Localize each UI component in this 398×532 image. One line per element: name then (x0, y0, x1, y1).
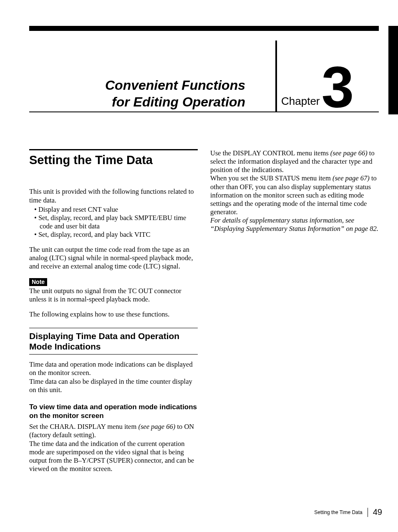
chapter-label-block: Chapter 3 (275, 38, 352, 111)
bullet-list: Display and reset CNT value Set, display… (29, 205, 198, 239)
page-ref: (see page 67) (333, 174, 370, 182)
paragraph: The time data and the indication of the … (29, 440, 198, 474)
note-body: The unit outputs no signal from the TC O… (29, 287, 198, 304)
list-item: Display and reset CNT value (34, 205, 198, 214)
cross-reference: For details of supplementary status info… (210, 216, 379, 233)
section-rule (29, 149, 198, 150)
list-item: Set, display, record, and play back VITC (34, 231, 198, 239)
text-run: Set the CHARA. DISPLAY menu item (29, 423, 138, 431)
right-column: Use the DISPLAY CONTROL menu items (see … (210, 149, 379, 473)
top-black-bar (29, 26, 379, 31)
list-item: Set, display, record, and play back SMPT… (34, 214, 198, 231)
subsection-heading-wrap: Displaying Time Data and Operation Mode … (29, 328, 198, 355)
chapter-divider (275, 41, 277, 111)
subsubsection-heading: To view time data and operation mode ind… (29, 403, 198, 421)
page-ref: (see page 66) (138, 423, 175, 431)
text-run: Use the DISPLAY CONTROL menu items (210, 149, 330, 157)
side-tab (388, 26, 398, 114)
intro-paragraph: This unit is provided with the following… (29, 187, 198, 204)
subsection-heading: Displaying Time Data and Operation Mode … (29, 328, 198, 352)
content-columns: Setting the Time Data This unit is provi… (29, 149, 379, 473)
paragraph: When you set the SUB STATUS menu item (s… (210, 174, 379, 216)
note-badge: Note (29, 278, 47, 286)
note-block: Note The unit outputs no signal from the… (29, 278, 198, 304)
chapter-title-line1: Convenient Functions (105, 78, 245, 93)
paragraph: Use the DISPLAY CONTROL menu items (see … (210, 149, 379, 174)
left-column: Setting the Time Data This unit is provi… (29, 149, 198, 473)
paragraph: Set the CHARA. DISPLAY menu item (see pa… (29, 423, 198, 439)
chapter-word: Chapter (281, 95, 320, 111)
chapter-title: Convenient Functions for Editing Operati… (105, 77, 245, 110)
paragraph: The following explains how to use these … (29, 310, 198, 319)
chapter-title-line2: for Editing Operation (112, 94, 245, 109)
page: Convenient Functions for Editing Operati… (0, 0, 398, 473)
footer: Setting the Time Data 49 (314, 507, 382, 517)
paragraph: Time data can also be displayed in the t… (29, 377, 198, 394)
text-run: When you set the SUB STATUS menu item (210, 174, 333, 182)
footer-title: Setting the Time Data (314, 508, 368, 517)
paragraph: The unit can output the time code read f… (29, 246, 198, 271)
paragraph: Time data and operation mode indications… (29, 360, 198, 377)
page-ref: (see page 66) (330, 149, 368, 157)
footer-page-number: 49 (368, 507, 382, 517)
section-heading: Setting the Time Data (29, 153, 198, 167)
chapter-header: Convenient Functions for Editing Operati… (29, 31, 379, 112)
chapter-number: 3 (322, 62, 353, 111)
